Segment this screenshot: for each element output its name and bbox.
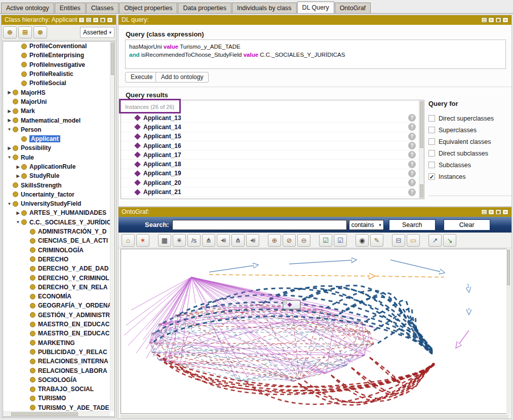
query-for-option-direct-superclasses[interactable]: Direct superclasses: [428, 112, 512, 124]
close-icon[interactable]: ×: [502, 17, 508, 23]
expand-down-icon[interactable]: ▼: [6, 202, 13, 206]
tree-item[interactable]: GEOGRAFÍA_Y_ORDENA: [3, 301, 114, 310]
result-row[interactable]: Applicant_20?: [121, 178, 418, 187]
checkbox-icon[interactable]: [428, 138, 435, 145]
tab-dl-query[interactable]: DL Query: [297, 2, 334, 13]
radial-layout-icon[interactable]: ✳: [173, 234, 186, 247]
tree-item[interactable]: ProfileSocial: [3, 79, 114, 88]
query-for-option-direct-subclasses[interactable]: Direct subclasses: [428, 147, 512, 159]
tree-item[interactable]: ▶ARTES_Y_HUMANIDADES: [3, 208, 114, 217]
tree-right-layout-icon[interactable]: ⋔: [217, 234, 230, 247]
tree-item[interactable]: ▶ApplicationRule: [3, 162, 114, 171]
query-for-option-superclasses[interactable]: Superclasses: [428, 124, 512, 136]
tab-object-properties[interactable]: Object properties: [119, 3, 177, 13]
minimize-icon[interactable]: ≡: [93, 17, 99, 23]
checkbox-icon[interactable]: [428, 127, 435, 133]
tree-item[interactable]: MARKETING: [3, 338, 114, 348]
expand-down-icon[interactable]: ▼: [15, 220, 21, 224]
query-for-option-instances[interactable]: ✓Instances: [428, 171, 512, 182]
export-graph-icon[interactable]: ↗: [428, 234, 442, 247]
tree-vertical-scrollbar[interactable]: [110, 42, 114, 411]
expand-down-icon[interactable]: ▼: [6, 127, 13, 132]
checkbox-icon[interactable]: [428, 115, 435, 122]
tree-item[interactable]: PUBLICIDAD_Y_RELAC: [3, 348, 114, 357]
clear-button[interactable]: Clear: [444, 219, 490, 231]
spring-s-layout-icon[interactable]: /s: [187, 234, 201, 247]
tab-ontograf[interactable]: OntoGraf: [335, 3, 371, 13]
tree-item[interactable]: ▶StudyRule: [3, 171, 114, 180]
open-folder-icon[interactable]: ▭: [407, 234, 420, 247]
tree-item[interactable]: ProfileConventional: [3, 42, 114, 51]
save-icon[interactable]: ⊟: [392, 234, 405, 247]
minimize-icon[interactable]: ≡: [488, 17, 494, 23]
tree-item[interactable]: ▼UniversityStudyField: [3, 199, 114, 208]
canvas-vertical-scrollbar[interactable]: [506, 249, 510, 414]
hierarchy-view-dropdown[interactable]: Asserted ▾: [80, 27, 114, 38]
zoom-out-icon[interactable]: ⊖: [297, 234, 310, 247]
split-icon[interactable]: ◫: [481, 209, 487, 215]
maximize-icon[interactable]: ▣: [495, 17, 501, 23]
zoom-reset-icon[interactable]: ⊘: [283, 234, 296, 247]
tree-item[interactable]: TURISMO: [3, 394, 114, 403]
explain-inference-icon[interactable]: ?: [408, 151, 416, 159]
checkbox-icon[interactable]: [428, 162, 435, 168]
tree-down-layout-icon[interactable]: ⋔: [202, 234, 215, 247]
tree-item[interactable]: ▼Rule: [3, 153, 114, 162]
export-new-window-icon[interactable]: ↘: [443, 234, 456, 247]
query-for-option-subclasses[interactable]: Subclasses: [428, 159, 512, 171]
add-sibling-class-icon[interactable]: ⊞: [18, 26, 32, 39]
graph-node-4[interactable]: +: [283, 300, 301, 310]
export-image-icon[interactable]: ◉: [356, 234, 369, 247]
maximize-icon[interactable]: ▣: [495, 209, 501, 215]
help-icon[interactable]: ?: [78, 17, 85, 23]
tree-item[interactable]: ProfileEnterprising: [3, 51, 114, 60]
add-subclass-icon[interactable]: ⊕: [3, 26, 17, 39]
search-button[interactable]: Search: [389, 219, 436, 231]
tree-item[interactable]: ▼Person: [3, 125, 114, 134]
tree-item[interactable]: ProfileRealistic: [3, 69, 114, 79]
result-row[interactable]: Applicant_14?: [121, 123, 418, 132]
tree-item[interactable]: RELACIONES_INTERNA: [3, 357, 114, 366]
explain-inference-icon[interactable]: ?: [408, 188, 416, 196]
tab-active-ontology[interactable]: Active ontology: [1, 3, 54, 13]
expand-right-icon[interactable]: ▶: [6, 118, 13, 123]
explain-inference-icon[interactable]: ?: [408, 142, 416, 149]
tree-item[interactable]: ECONOMÍA: [3, 292, 114, 301]
explain-inference-icon[interactable]: ?: [408, 133, 416, 140]
close-icon[interactable]: ×: [502, 209, 508, 215]
explain-inference-icon[interactable]: ?: [408, 114, 416, 122]
result-row[interactable]: Applicant_21?: [121, 187, 418, 197]
annotate-icon[interactable]: ✎: [370, 234, 383, 247]
split-icon[interactable]: ◫: [481, 17, 487, 23]
tree-item[interactable]: CIENCIAS_DE_LA_ACTI: [3, 236, 114, 245]
explain-inference-icon[interactable]: ?: [408, 161, 416, 168]
tree-item[interactable]: ProfileInvestigative: [3, 60, 114, 69]
results-scrollbar[interactable]: [419, 100, 424, 199]
expand-down-icon[interactable]: ▼: [6, 155, 13, 160]
tree-item[interactable]: Uncertainty_factor: [3, 190, 114, 199]
expand-right-icon[interactable]: ▶: [6, 109, 13, 113]
tree-item[interactable]: ▼C.C._SOCIALES_Y_JURÍDIC: [3, 218, 114, 227]
explain-inference-icon[interactable]: ?: [408, 170, 416, 177]
explain-inference-icon[interactable]: ?: [408, 123, 416, 131]
minimize-icon[interactable]: ≡: [488, 209, 494, 215]
close-icon[interactable]: ×: [107, 17, 113, 23]
tree-item[interactable]: DERECHO_Y_CRIMINOL: [3, 273, 114, 282]
query-for-option-equivalent-classes[interactable]: Equivalent classes: [428, 136, 512, 147]
result-row[interactable]: Applicant_16?: [121, 141, 418, 150]
tree-item[interactable]: CRIMINOLOGÍA: [3, 246, 114, 255]
expand-right-icon[interactable]: ▶: [6, 146, 13, 150]
tree-item[interactable]: Applicant: [3, 134, 114, 143]
arc-filter-icon[interactable]: ☑: [334, 234, 347, 247]
result-row[interactable]: Applicant_13?: [121, 113, 418, 123]
expand-right-icon[interactable]: ▶: [6, 90, 13, 95]
tab-individuals-by-class[interactable]: Individuals by class: [232, 3, 297, 13]
tree-item[interactable]: DERECHO: [3, 255, 114, 264]
tree-item[interactable]: ADMINISTRACIÓN_Y_D: [3, 227, 114, 236]
tree-right-alt-layout-icon[interactable]: ⋔: [246, 234, 259, 247]
home-icon[interactable]: ⌂: [122, 234, 135, 247]
split-icon[interactable]: ◫: [86, 17, 92, 23]
tree-item[interactable]: SkillsStrength: [3, 180, 114, 189]
tree-item[interactable]: DERECHO_Y_EN_RELA: [3, 283, 114, 292]
result-row[interactable]: Applicant_19?: [121, 169, 418, 178]
